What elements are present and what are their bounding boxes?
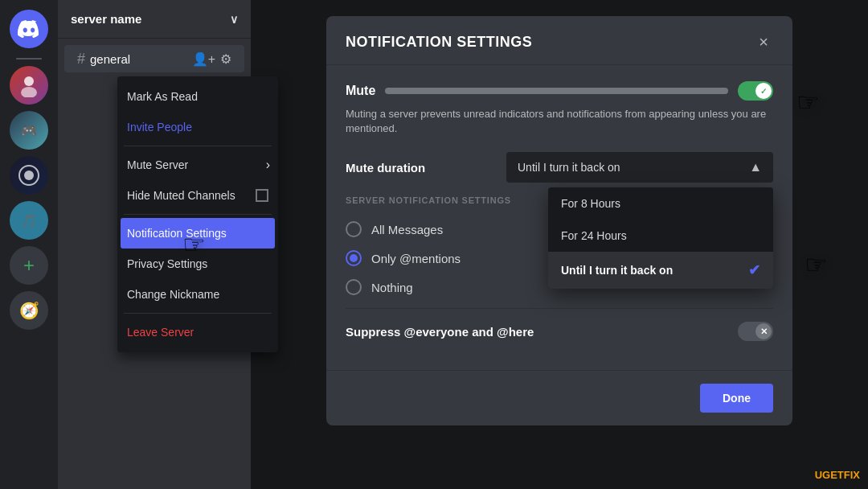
chevron-down-icon: ∨ bbox=[230, 13, 238, 26]
suppress-row: Suppress @everyone and @here ✕ bbox=[346, 308, 773, 354]
channel-name: general bbox=[90, 52, 130, 66]
hide-muted-checkbox[interactable] bbox=[256, 189, 268, 202]
server-icon-4[interactable]: 🎵 bbox=[10, 201, 48, 240]
selected-duration: Until I turn it back on bbox=[518, 161, 620, 174]
channel-sidebar: server name ∨ # general 👤+ ⚙ Mark As Rea… bbox=[58, 0, 251, 489]
channel-hash-icon: # bbox=[77, 51, 85, 68]
settings-icon[interactable]: ⚙ bbox=[220, 51, 231, 67]
duration-option-for-24-hours[interactable]: For 24 Hours bbox=[548, 220, 773, 252]
selected-check-icon: ✔ bbox=[748, 261, 760, 279]
modal-body: Mute ✓ Muting a server prevents unread i… bbox=[326, 65, 792, 370]
notification-settings-modal: NOTIFICATION SETTINGS × Mute ✓ Muting a … bbox=[326, 16, 792, 425]
radio-nothing-label: Nothing bbox=[371, 281, 413, 294]
context-menu-invite-people[interactable]: Invite People bbox=[117, 112, 278, 142]
duration-option-for-8-hours[interactable]: For 8 Hours bbox=[548, 187, 773, 220]
modal-close-button[interactable]: × bbox=[754, 32, 773, 51]
done-button[interactable]: Done bbox=[700, 384, 773, 413]
mute-description: Muting a server prevents unread indicato… bbox=[346, 107, 773, 136]
radio-all-messages-circle bbox=[346, 221, 362, 237]
mute-duration-dropdown[interactable]: Until I turn it back on ▲ bbox=[506, 152, 773, 183]
watermark-highlight: FIX bbox=[844, 469, 860, 481]
mute-label: Mute bbox=[346, 84, 375, 98]
suppress-toggle[interactable]: ✕ bbox=[738, 322, 773, 341]
context-menu-mark-as-read[interactable]: Mark As Read bbox=[117, 81, 278, 112]
radio-nothing-circle bbox=[346, 279, 362, 295]
radio-only-mentions-circle bbox=[346, 250, 362, 266]
modal-footer: Done bbox=[326, 370, 792, 425]
mute-duration-row: Mute duration Until I turn it back on ▲ … bbox=[346, 152, 773, 183]
suppress-label: Suppress @everyone and @here bbox=[346, 325, 534, 339]
mute-duration-label: Mute duration bbox=[346, 161, 506, 175]
context-menu: Mark As Read Invite People Mute Server H… bbox=[117, 76, 278, 352]
server-icon-2[interactable]: 🎮 bbox=[10, 111, 48, 150]
server-list-divider bbox=[16, 58, 42, 60]
context-menu-leave-server[interactable]: Leave Server bbox=[117, 317, 278, 347]
context-menu-hide-muted[interactable]: Hide Muted Channels bbox=[117, 180, 278, 211]
svg-point-3 bbox=[24, 171, 34, 180]
context-menu-divider-3 bbox=[124, 313, 272, 314]
mute-row: Mute ✓ bbox=[346, 81, 773, 101]
add-server-button[interactable]: + bbox=[10, 246, 48, 285]
context-menu-privacy-settings[interactable]: Privacy Settings bbox=[117, 249, 278, 279]
explore-servers-button[interactable]: 🧭 bbox=[10, 291, 48, 330]
server-icon-1[interactable] bbox=[10, 66, 48, 105]
toggle-knob: ✓ bbox=[755, 83, 772, 99]
add-member-icon[interactable]: 👤+ bbox=[192, 51, 215, 67]
server-icon-3[interactable] bbox=[10, 156, 48, 195]
svg-point-1 bbox=[21, 87, 37, 97]
context-menu-change-nickname[interactable]: Change Nickname bbox=[117, 279, 278, 310]
channel-item-general[interactable]: # general 👤+ ⚙ bbox=[64, 45, 244, 72]
mute-bar bbox=[385, 88, 728, 94]
server-header[interactable]: server name ∨ bbox=[58, 0, 251, 39]
watermark-prefix: UGET bbox=[815, 469, 844, 481]
duration-option-until-turn-back[interactable]: Until I turn it back on ✔ bbox=[548, 252, 773, 289]
context-menu-divider-2 bbox=[124, 214, 272, 215]
discord-logo[interactable] bbox=[10, 10, 48, 48]
server-name: server name bbox=[71, 12, 141, 26]
context-menu-divider-1 bbox=[124, 146, 272, 146]
dropdown-arrow-icon: ▲ bbox=[749, 160, 762, 175]
suppress-toggle-knob: ✕ bbox=[755, 323, 772, 339]
modal-title: NOTIFICATION SETTINGS bbox=[346, 34, 532, 51]
modal-header: NOTIFICATION SETTINGS × bbox=[326, 16, 792, 65]
duration-options-list: For 8 Hours For 24 Hours Until I turn it… bbox=[548, 187, 773, 289]
modal-overlay: NOTIFICATION SETTINGS × Mute ✓ Muting a … bbox=[251, 0, 868, 489]
context-menu-notification-settings[interactable]: Notification Settings bbox=[121, 218, 275, 249]
context-menu-mute-server[interactable]: Mute Server bbox=[117, 150, 278, 180]
channel-list: # general 👤+ ⚙ bbox=[58, 39, 251, 79]
radio-all-messages-label: All Messages bbox=[371, 223, 443, 236]
server-icons-column: 🎮 🎵 + 🧭 bbox=[0, 0, 58, 489]
mute-toggle[interactable]: ✓ bbox=[738, 81, 773, 101]
main-content: NOTIFICATION SETTINGS × Mute ✓ Muting a … bbox=[251, 0, 868, 489]
radio-only-mentions-label: Only @mentions bbox=[371, 252, 461, 265]
svg-point-0 bbox=[24, 76, 34, 86]
watermark: UGETFIX bbox=[815, 469, 860, 481]
